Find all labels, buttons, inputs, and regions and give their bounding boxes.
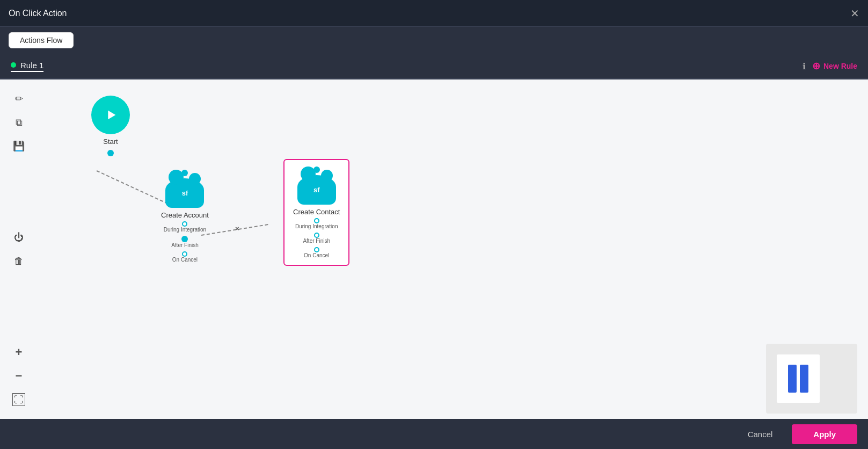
mini-bar-2: [800, 365, 808, 393]
minus-icon: −: [16, 369, 23, 383]
power-button[interactable]: ⏻: [8, 227, 30, 248]
contact-cloud-bump-left: [301, 166, 316, 182]
title-bar: On Click Action ✕: [0, 0, 868, 27]
create-contact-node[interactable]: sf Create Contact During Integration Aft…: [283, 159, 349, 266]
rule-name: Rule 1: [20, 61, 43, 70]
info-icon: ℹ: [803, 61, 806, 71]
flow-canvas: × × Start: [38, 79, 868, 419]
contact-title: Create Contact: [293, 208, 340, 216]
rule-bar-right: ℹ ⊕ New Rule: [803, 60, 857, 72]
left-toolbar: ✏ ⧉ 💾 ⏻ 🗑 +: [0, 79, 38, 419]
fit-icon: ⛶: [12, 393, 25, 406]
bottom-bar: Cancel Apply: [0, 419, 868, 449]
copy-icon: ⧉: [16, 117, 23, 128]
account-afterfinish-label: After Finish: [171, 242, 199, 248]
account-oncancel-row: On Cancel: [161, 251, 209, 263]
contact-afterfinish-row: After Finish: [293, 233, 340, 244]
contact-oncancel-label: On Cancel: [304, 252, 329, 258]
dialog-title: On Click Action: [9, 9, 67, 18]
mini-map-inner: [777, 354, 820, 403]
start-node[interactable]: Start: [91, 96, 130, 158]
app-container: On Click Action ✕ Actions Flow Rule 1 ℹ …: [0, 0, 868, 449]
save-button[interactable]: 💾: [8, 135, 30, 157]
mini-map: [766, 344, 857, 414]
contact-during-row: During Integration: [293, 218, 340, 229]
delete-button[interactable]: 🗑: [8, 250, 30, 272]
account-sf-cloud: sf: [165, 178, 204, 208]
start-circle: [91, 96, 130, 134]
svg-line-2: [201, 225, 268, 235]
plus-icon: +: [16, 345, 23, 359]
cancel-button[interactable]: Cancel: [737, 425, 784, 443]
zoom-in-button[interactable]: +: [8, 342, 30, 363]
cloud-bump-left: [169, 170, 184, 185]
rule-bar: Rule 1 ℹ ⊕ New Rule: [0, 54, 868, 79]
account-oncancel-label: On Cancel: [172, 257, 198, 263]
svg-marker-4: [108, 111, 115, 119]
create-account-node[interactable]: sf Create Account During Integration Aft…: [161, 170, 209, 263]
tab-bar: Actions Flow: [0, 27, 868, 54]
flow-canvas-area[interactable]: ✏ ⧉ 💾 ⏻ 🗑 +: [0, 79, 868, 419]
contact-sf-label: sf: [313, 186, 320, 194]
account-during-port[interactable]: [182, 221, 187, 227]
plus-circle-icon: ⊕: [812, 60, 820, 72]
play-icon: [103, 107, 118, 122]
contact-cloud-bump-right: [321, 170, 333, 182]
start-output-port[interactable]: [107, 150, 114, 156]
account-title: Create Account: [161, 211, 209, 219]
zoom-out-button[interactable]: −: [8, 365, 30, 387]
new-rule-label: New Rule: [823, 62, 857, 70]
contact-sf-cloud: sf: [297, 175, 336, 205]
account-sf-label: sf: [182, 189, 188, 197]
fit-button[interactable]: ⛶: [8, 389, 30, 410]
contact-afterfinish-label: After Finish: [303, 238, 330, 244]
actions-flow-tab[interactable]: Actions Flow: [9, 32, 74, 48]
edit-button[interactable]: ✏: [8, 88, 30, 110]
close-button[interactable]: ✕: [850, 8, 859, 19]
new-rule-button[interactable]: ⊕ New Rule: [812, 60, 857, 72]
copy-button[interactable]: ⧉: [8, 112, 30, 133]
account-during-row: During Integration: [161, 221, 209, 233]
power-icon: ⏻: [14, 232, 24, 243]
rule-label: Rule 1: [11, 61, 43, 72]
account-oncancel-port[interactable]: [182, 251, 187, 257]
svg-line-0: [97, 171, 166, 203]
contact-oncancel-port[interactable]: [314, 247, 319, 252]
rule-status-dot: [11, 62, 16, 68]
cloud-bump-right: [189, 173, 201, 185]
contact-during-label: During Integration: [295, 223, 338, 229]
apply-button[interactable]: Apply: [792, 424, 857, 444]
account-afterfinish-port[interactable]: [181, 236, 188, 242]
account-afterfinish-row: After Finish: [161, 236, 209, 248]
contact-during-port[interactable]: [314, 218, 319, 223]
edit-icon: ✏: [15, 93, 23, 105]
svg-text:×: ×: [235, 225, 239, 233]
contact-afterfinish-port[interactable]: [314, 233, 319, 238]
start-label: Start: [103, 137, 118, 146]
delete-icon: 🗑: [14, 256, 24, 267]
content-area: ✏ ⧉ 💾 ⏻ 🗑 +: [0, 79, 868, 449]
contact-oncancel-row: On Cancel: [293, 247, 340, 258]
account-during-label: During Integration: [164, 227, 207, 233]
mini-bar-1: [788, 365, 797, 393]
save-icon: 💾: [13, 140, 25, 152]
